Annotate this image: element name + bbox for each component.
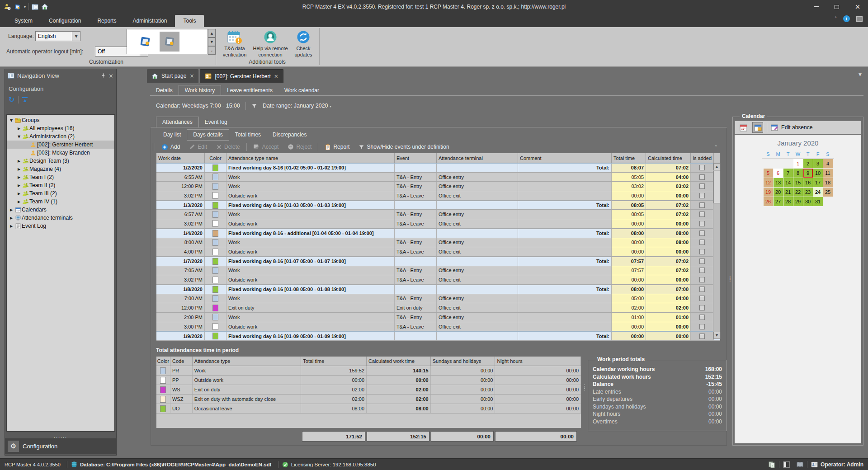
- summary-column-total-time[interactable]: Total time: [301, 357, 367, 366]
- tree-item[interactable]: ▶Design Team (3): [7, 157, 114, 165]
- tab-leave-entitlements[interactable]: Leave entitlements: [221, 85, 278, 96]
- tab-attendances[interactable]: Attendances: [156, 117, 199, 128]
- calendar-day[interactable]: 16: [803, 178, 813, 187]
- skin-item-selected[interactable]: [160, 32, 179, 52]
- calendar-day[interactable]: 21: [783, 188, 793, 197]
- attendance-row[interactable]: 3:02 PMOutside workT&A - LeaveOffice exi…: [156, 191, 720, 201]
- is-added-checkbox[interactable]: [699, 324, 705, 329]
- tree-item[interactable]: ▶All employees (16): [7, 124, 114, 132]
- collapsed-arrow-icon[interactable]: ▶: [9, 224, 14, 228]
- attendance-row[interactable]: 1/7/2020Fixed working day 8-16 [01-07 05…: [156, 257, 720, 266]
- attendance-row[interactable]: 6:57 AMWorkT&A - EntryOffice entry08:050…: [156, 210, 720, 219]
- collapsed-arrow-icon[interactable]: ▶: [9, 216, 14, 220]
- is-added-checkbox[interactable]: [699, 230, 705, 236]
- is-added-checkbox[interactable]: [699, 202, 705, 208]
- calendar-day[interactable]: 12: [764, 178, 773, 187]
- calendar-day[interactable]: 3: [813, 159, 823, 168]
- info-icon[interactable]: i: [843, 15, 850, 22]
- tab-work-history[interactable]: Work history: [179, 85, 221, 96]
- attendance-row[interactable]: 4:00 PMOutside workT&A - LeaveOffice exi…: [156, 247, 720, 257]
- calendar-day[interactable]: 27: [774, 197, 783, 206]
- tab-event-log[interactable]: Event log: [199, 117, 233, 127]
- ribbon-tab-system[interactable]: System: [6, 15, 41, 27]
- calendar-day[interactable]: 1: [793, 159, 803, 168]
- calendar-day[interactable]: 2: [803, 159, 813, 168]
- expanded-arrow-icon[interactable]: ▼: [9, 118, 14, 122]
- column-header-attendance-type-name[interactable]: Attendance type name: [226, 153, 395, 163]
- tree-item[interactable]: ▶Magazine (4): [7, 165, 114, 173]
- calendar-day[interactable]: 23: [803, 188, 813, 197]
- tab-overflow-icon[interactable]: ▼: [859, 72, 862, 77]
- column-header-work-date[interactable]: Work date: [156, 153, 205, 163]
- is-added-checkbox[interactable]: [699, 221, 705, 226]
- tree-item[interactable]: ▶Team III (2): [7, 189, 114, 197]
- collapsed-arrow-icon[interactable]: ▶: [16, 127, 22, 131]
- report-button[interactable]: Report: [321, 142, 353, 152]
- showhide-button[interactable]: Show/Hide events under definition: [355, 142, 453, 152]
- calendar-day[interactable]: 26: [764, 197, 773, 206]
- ribbon-tab-configuration[interactable]: Configuration: [41, 15, 89, 27]
- attendance-row[interactable]: 2:00 PMWorkT&A - EntryOffice entry01:000…: [156, 313, 720, 322]
- attendance-row[interactable]: 1/8/2020Fixed working day 8-16 [01-08 05…: [156, 285, 720, 294]
- collapsed-arrow-icon[interactable]: ▶: [16, 159, 22, 163]
- tree-item[interactable]: [003]: Mckay Branden: [7, 149, 114, 157]
- splitter-handle[interactable]: ⋮⋮: [582, 385, 586, 390]
- attendance-row[interactable]: 3:02 PMOutside workT&A - LeaveOffice exi…: [156, 219, 720, 229]
- calendar-day[interactable]: 7: [783, 169, 793, 178]
- column-header-total-time[interactable]: Total time: [612, 153, 646, 163]
- column-header-color[interactable]: Color: [205, 153, 226, 163]
- is-added-checkbox[interactable]: [699, 240, 705, 245]
- attendance-row[interactable]: 12:00 PMWorkT&A - EntryOffice entry03:02…: [156, 182, 720, 191]
- tab-details[interactable]: Details: [150, 85, 179, 96]
- calendar-day[interactable]: 22: [793, 188, 803, 197]
- calendar-day[interactable]: 9: [803, 169, 813, 178]
- attendance-row[interactable]: 3:02 PMOutside workT&A - LeaveOffice exi…: [156, 275, 720, 285]
- gallery-up-icon[interactable]: ▲: [208, 29, 216, 38]
- attendance-row[interactable]: 8:00 AMWorkT&A - EntryOffice entry08:000…: [156, 238, 720, 248]
- is-added-checkbox[interactable]: [699, 296, 705, 301]
- calendar-day[interactable]: 24: [813, 188, 823, 197]
- is-added-checkbox[interactable]: [699, 277, 705, 282]
- calendar-day[interactable]: 15: [793, 178, 803, 187]
- panel-close-icon[interactable]: ×: [108, 72, 113, 79]
- calendar-day[interactable]: 18: [823, 178, 833, 187]
- column-header-calculated-time[interactable]: Calculated time: [646, 153, 691, 163]
- is-added-checkbox[interactable]: [699, 287, 705, 292]
- toolbar-dropdown-icon[interactable]: ⌄: [714, 143, 718, 147]
- calendar-day[interactable]: 20: [774, 188, 783, 197]
- calendar-day[interactable]: 6: [774, 169, 783, 178]
- calendar-day[interactable]: 25: [823, 188, 833, 197]
- calendar-day[interactable]: 11: [823, 169, 833, 178]
- tree-item[interactable]: ▶Attendance terminals: [7, 214, 114, 222]
- calendar-day[interactable]: 4: [823, 159, 833, 168]
- summary-row[interactable]: PRWork159:52140:1500:0000:00: [156, 366, 581, 376]
- summary-row[interactable]: PPOutside work00:0000:0000:0000:00: [156, 376, 581, 385]
- attendance-row[interactable]: 3:00 PMOutside workT&A - LeaveOffice exi…: [156, 322, 720, 332]
- attendance-row[interactable]: 7:00 AMWorkT&A - EntryOffice entry05:000…: [156, 294, 720, 304]
- column-header-comment[interactable]: Comment: [518, 153, 612, 163]
- expanded-arrow-icon[interactable]: ▼: [16, 135, 22, 139]
- calendar-day[interactable]: 30: [803, 197, 813, 206]
- calendar-day[interactable]: 13: [774, 178, 783, 187]
- collapsed-arrow-icon[interactable]: ▶: [16, 200, 22, 204]
- configuration-bottom-bar[interactable]: ⚙ Configuration: [5, 438, 116, 454]
- summary-column-night-hours[interactable]: Night hours: [495, 357, 581, 366]
- calendar-splitter-handle[interactable]: ⋮⋮: [728, 277, 731, 281]
- minimize-button[interactable]: [806, 0, 826, 14]
- column-header-attendance-terminal[interactable]: Attendance terminal: [437, 153, 518, 163]
- summary-column-attendance-type[interactable]: Attendance type: [193, 357, 301, 366]
- refresh-icon[interactable]: ↻: [9, 96, 14, 103]
- is-added-checkbox[interactable]: [699, 305, 705, 310]
- summary-row[interactable]: UOOccasional leave08:0008:0000:0000:00: [156, 404, 581, 414]
- collapsed-arrow-icon[interactable]: ▶: [16, 192, 22, 196]
- nav-view-quick-icon[interactable]: [32, 4, 38, 10]
- grid-scrollbar[interactable]: ▲ ▼: [713, 163, 720, 339]
- close-button[interactable]: ×: [847, 0, 868, 14]
- attendance-row[interactable]: 1/2/2020Fixed working day 8-16 [01-02 05…: [156, 163, 720, 173]
- attendance-row[interactable]: 7:05 AMWorkT&A - EntryOffice entry07:570…: [156, 266, 720, 276]
- summary-row[interactable]: WSZExit on duty with automatic day close…: [156, 395, 581, 404]
- collapse-ribbon-icon[interactable]: ˄: [835, 16, 837, 21]
- calendar-day[interactable]: 5: [764, 169, 773, 178]
- edit-absence-button[interactable]: Edit absence: [771, 124, 812, 132]
- log-book-icon[interactable]: [797, 461, 803, 468]
